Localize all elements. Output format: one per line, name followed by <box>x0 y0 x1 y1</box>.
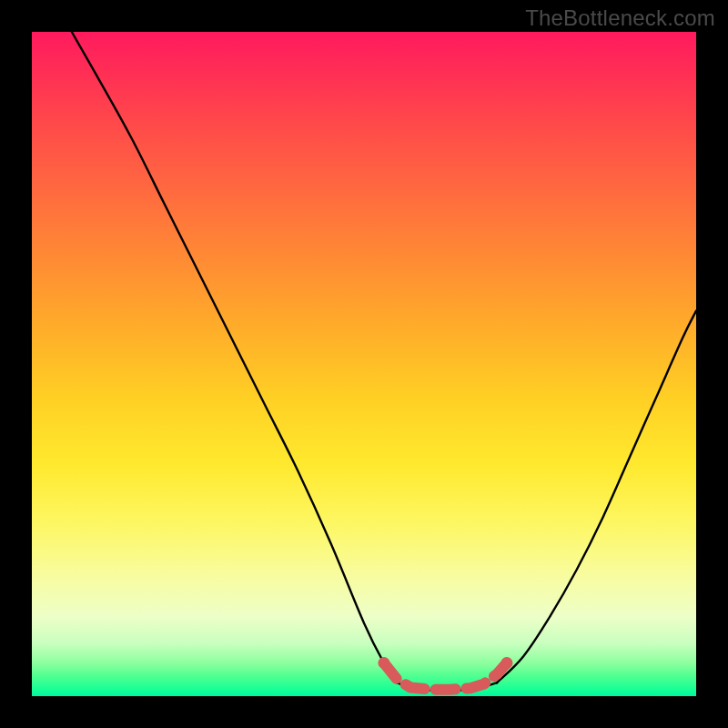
curve-left-branch <box>72 32 398 682</box>
curve-right-branch <box>497 311 696 683</box>
marker-polyline <box>384 663 507 690</box>
watermark-text: TheBottleneck.com <box>525 5 715 31</box>
marker-dot <box>500 657 512 669</box>
chart-frame: TheBottleneck.com <box>0 0 728 728</box>
marker-dot <box>378 657 389 669</box>
plot-area <box>32 32 696 696</box>
curve-layer <box>32 32 696 696</box>
